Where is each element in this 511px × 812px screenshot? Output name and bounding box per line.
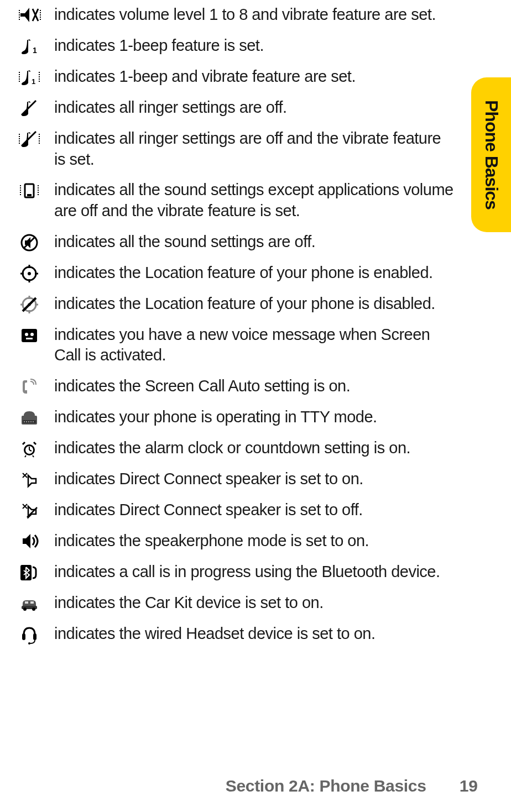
section-tab: Phone Basics xyxy=(471,77,511,232)
item-description: indicates the speakerphone mode is set t… xyxy=(54,531,456,552)
item-description: indicates volume level 1 to 8 and vibrat… xyxy=(54,4,456,25)
list-item: indicates 1-beep and vibrate feature are… xyxy=(6,66,456,87)
item-description: indicates the Location feature of your p… xyxy=(54,263,456,284)
section-tab-label: Phone Basics xyxy=(481,100,502,209)
list-item: indicates the Location feature of your p… xyxy=(6,294,456,315)
item-description: indicates all ringer settings are off an… xyxy=(54,128,456,170)
location-off-icon xyxy=(19,295,41,315)
item-description: indicates you have a new voice message w… xyxy=(54,324,456,366)
tty-icon xyxy=(19,408,41,428)
list-item: indicates Direct Connect speaker is set … xyxy=(6,469,456,490)
list-item: indicates the alarm clock or countdown s… xyxy=(6,438,456,459)
list-item: indicates all ringer settings are off an… xyxy=(6,128,456,170)
list-item: indicates 1-beep feature is set. xyxy=(6,35,456,56)
item-description: indicates 1-beep and vibrate feature are… xyxy=(54,66,456,87)
item-description: indicates the alarm clock or countdown s… xyxy=(54,438,456,459)
manual-page: Phone Basics indicates volume level 1 to… xyxy=(0,0,511,812)
bluetooth-call-icon xyxy=(19,563,41,583)
item-description: indicates Direct Connect speaker is set … xyxy=(54,500,456,521)
footer-section-label: Section 2A: Phone Basics xyxy=(226,777,426,795)
item-description: indicates the Car Kit device is set to o… xyxy=(54,593,456,614)
volume-vibrate-icon xyxy=(19,6,41,25)
dc-speaker-on-icon xyxy=(19,470,41,490)
item-description: indicates the wired Headset device is se… xyxy=(54,624,456,645)
list-item: indicates the wired Headset device is se… xyxy=(6,624,456,645)
item-description: indicates Direct Connect speaker is set … xyxy=(54,469,456,490)
item-description: indicates all ringer settings are off. xyxy=(54,97,456,118)
item-description: indicates all the sound settings are off… xyxy=(54,232,456,253)
page-footer: Section 2A: Phone Basics 19 xyxy=(33,777,478,795)
icon-definition-list: indicates volume level 1 to 8 and vibrat… xyxy=(0,0,489,645)
list-item: indicates the speakerphone mode is set t… xyxy=(6,531,456,552)
item-description: indicates 1-beep feature is set. xyxy=(54,35,456,56)
location-on-icon xyxy=(19,264,41,284)
carkit-icon xyxy=(19,594,41,614)
ringer-off-vibrate-icon xyxy=(19,129,41,149)
list-item: indicates you have a new voice message w… xyxy=(6,324,456,366)
list-item: indicates the Car Kit device is set to o… xyxy=(6,593,456,614)
item-description: indicates the Screen Call Auto setting i… xyxy=(54,376,456,397)
list-item: indicates volume level 1 to 8 and vibrat… xyxy=(6,4,456,25)
footer-page-number: 19 xyxy=(460,777,478,795)
beep1-icon xyxy=(19,36,41,56)
list-item: indicates your phone is operating in TTY… xyxy=(6,407,456,428)
beep1-vibrate-icon xyxy=(19,67,41,87)
voicemail-screencall-icon xyxy=(19,326,41,345)
alarm-icon xyxy=(19,439,41,459)
ringer-off-icon xyxy=(19,98,41,118)
sound-off-icon xyxy=(19,233,41,253)
speakerphone-icon xyxy=(19,532,41,552)
list-item: indicates Direct Connect speaker is set … xyxy=(6,500,456,521)
sound-off-vibrate-icon xyxy=(19,181,41,201)
item-description: indicates your phone is operating in TTY… xyxy=(54,407,456,428)
item-description: indicates a call is in progress using th… xyxy=(54,562,456,583)
item-description: indicates the Location feature of your p… xyxy=(54,294,456,315)
list-item: indicates all the sound settings are off… xyxy=(6,232,456,253)
list-item: indicates all the sound settings except … xyxy=(6,180,456,221)
list-item: indicates all ringer settings are off. xyxy=(6,97,456,118)
item-description: indicates all the sound settings except … xyxy=(54,180,456,221)
screencall-auto-icon xyxy=(19,377,41,397)
dc-speaker-off-icon xyxy=(19,501,41,521)
list-item: indicates the Screen Call Auto setting i… xyxy=(6,376,456,397)
list-item: indicates the Location feature of your p… xyxy=(6,263,456,284)
headset-icon xyxy=(19,625,41,645)
list-item: indicates a call is in progress using th… xyxy=(6,562,456,583)
